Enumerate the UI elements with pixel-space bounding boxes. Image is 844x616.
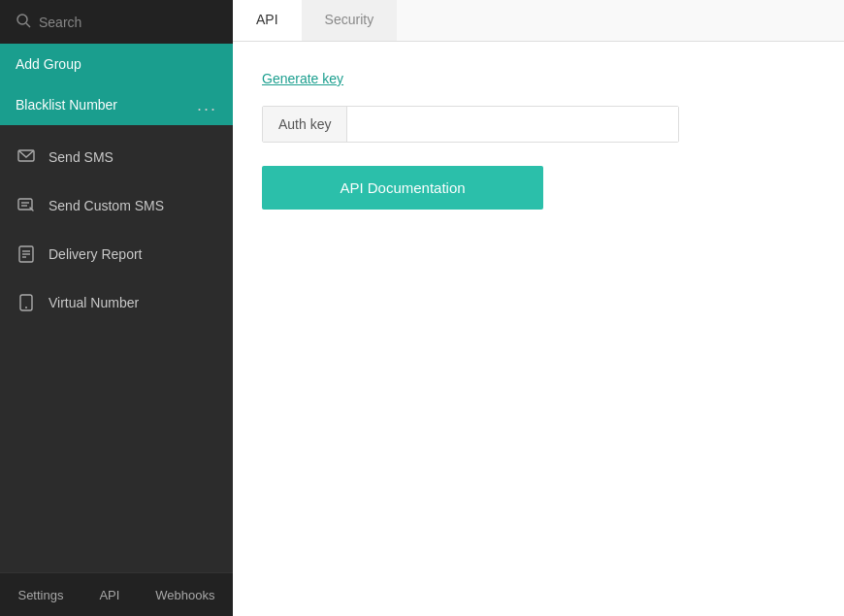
sms-icon <box>16 146 37 168</box>
delivery-report-label: Delivery Report <box>49 246 142 262</box>
tab-api[interactable]: API <box>233 0 302 41</box>
auth-key-label: Auth key <box>263 107 347 142</box>
svg-point-0 <box>17 15 27 24</box>
sidebar-add-group[interactable]: Add Group <box>0 44 233 84</box>
tab-bar: API Security <box>233 0 844 42</box>
sidebar-blacklist-number[interactable]: Blacklist Number ... <box>0 84 233 125</box>
blacklist-left: Blacklist Number <box>16 97 117 113</box>
sidebar-menu: Send SMS Send Custom SMS <box>0 125 233 572</box>
sidebar-item-delivery-report[interactable]: Delivery Report <box>0 230 233 278</box>
search-icon <box>16 13 31 31</box>
sidebar-item-virtual-number[interactable]: Virtual Number <box>0 278 233 327</box>
auth-key-input[interactable] <box>347 107 678 142</box>
svg-line-1 <box>26 23 30 27</box>
sidebar: Search Add Group Blacklist Number ... <box>0 0 233 616</box>
content-area: Generate key Auth key API Documentation <box>233 42 844 616</box>
footer-webhooks[interactable]: Webhooks <box>147 588 222 602</box>
sidebar-search[interactable]: Search <box>0 0 233 44</box>
api-documentation-button[interactable]: API Documentation <box>262 166 543 210</box>
virtual-number-icon <box>16 292 37 313</box>
app-container: Search Add Group Blacklist Number ... <box>0 0 844 616</box>
sidebar-item-send-sms[interactable]: Send SMS <box>0 133 233 181</box>
sidebar-footer: Settings API Webhooks <box>0 572 233 616</box>
delivery-report-icon <box>16 243 37 265</box>
send-sms-label: Send SMS <box>49 149 114 165</box>
blacklist-label: Blacklist Number <box>16 97 117 113</box>
send-custom-sms-label: Send Custom SMS <box>49 198 164 213</box>
add-group-label: Add Group <box>16 56 81 72</box>
sidebar-item-send-custom-sms[interactable]: Send Custom SMS <box>0 181 233 230</box>
generate-key-link[interactable]: Generate key <box>262 71 343 86</box>
auth-key-row: Auth key <box>262 106 679 143</box>
svg-point-11 <box>25 307 27 308</box>
tab-security[interactable]: Security <box>302 0 398 41</box>
blacklist-dots: ... <box>197 95 217 115</box>
search-label: Search <box>39 15 81 30</box>
custom-sms-icon <box>16 195 37 216</box>
footer-settings[interactable]: Settings <box>10 588 71 602</box>
footer-api[interactable]: API <box>91 588 127 602</box>
virtual-number-label: Virtual Number <box>49 295 139 310</box>
main-content: API Security Generate key Auth key API D… <box>233 0 844 616</box>
